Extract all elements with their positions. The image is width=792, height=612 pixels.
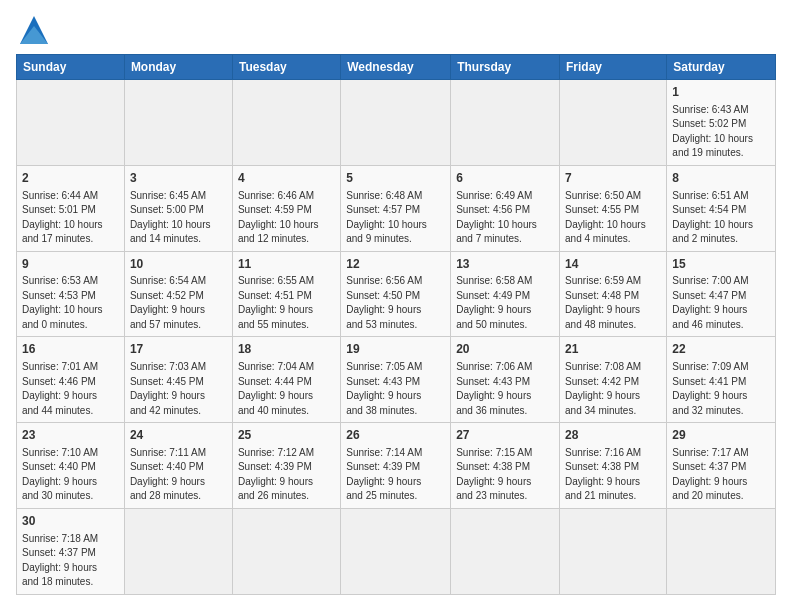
day-cell: 5Sunrise: 6:48 AM Sunset: 4:57 PM Daylig…: [341, 165, 451, 251]
day-info: Sunrise: 7:03 AM Sunset: 4:45 PM Dayligh…: [130, 360, 227, 418]
day-info: Sunrise: 6:50 AM Sunset: 4:55 PM Dayligh…: [565, 189, 661, 247]
week-row-1: 2Sunrise: 6:44 AM Sunset: 5:01 PM Daylig…: [17, 165, 776, 251]
day-cell: 24Sunrise: 7:11 AM Sunset: 4:40 PM Dayli…: [124, 423, 232, 509]
day-cell: [560, 508, 667, 594]
day-number: 10: [130, 256, 227, 273]
day-cell: 25Sunrise: 7:12 AM Sunset: 4:39 PM Dayli…: [232, 423, 340, 509]
calendar: SundayMondayTuesdayWednesdayThursdayFrid…: [16, 54, 776, 595]
day-cell: [124, 80, 232, 166]
day-info: Sunrise: 7:16 AM Sunset: 4:38 PM Dayligh…: [565, 446, 661, 504]
day-cell: 12Sunrise: 6:56 AM Sunset: 4:50 PM Dayli…: [341, 251, 451, 337]
day-info: Sunrise: 7:06 AM Sunset: 4:43 PM Dayligh…: [456, 360, 554, 418]
day-cell: 18Sunrise: 7:04 AM Sunset: 4:44 PM Dayli…: [232, 337, 340, 423]
day-cell: 26Sunrise: 7:14 AM Sunset: 4:39 PM Dayli…: [341, 423, 451, 509]
day-number: 3: [130, 170, 227, 187]
day-cell: 6Sunrise: 6:49 AM Sunset: 4:56 PM Daylig…: [451, 165, 560, 251]
weekday-header-thursday: Thursday: [451, 55, 560, 80]
day-number: 28: [565, 427, 661, 444]
day-cell: [667, 508, 776, 594]
weekday-header-monday: Monday: [124, 55, 232, 80]
day-number: 9: [22, 256, 119, 273]
day-cell: [232, 508, 340, 594]
day-number: 14: [565, 256, 661, 273]
day-number: 24: [130, 427, 227, 444]
day-cell: 13Sunrise: 6:58 AM Sunset: 4:49 PM Dayli…: [451, 251, 560, 337]
day-number: 2: [22, 170, 119, 187]
day-cell: 23Sunrise: 7:10 AM Sunset: 4:40 PM Dayli…: [17, 423, 125, 509]
day-info: Sunrise: 6:44 AM Sunset: 5:01 PM Dayligh…: [22, 189, 119, 247]
logo: [16, 16, 48, 44]
day-number: 11: [238, 256, 335, 273]
day-number: 17: [130, 341, 227, 358]
day-info: Sunrise: 6:58 AM Sunset: 4:49 PM Dayligh…: [456, 274, 554, 332]
day-number: 21: [565, 341, 661, 358]
day-number: 22: [672, 341, 770, 358]
day-cell: 14Sunrise: 6:59 AM Sunset: 4:48 PM Dayli…: [560, 251, 667, 337]
day-number: 18: [238, 341, 335, 358]
day-cell: 15Sunrise: 7:00 AM Sunset: 4:47 PM Dayli…: [667, 251, 776, 337]
day-info: Sunrise: 6:46 AM Sunset: 4:59 PM Dayligh…: [238, 189, 335, 247]
week-row-0: 1Sunrise: 6:43 AM Sunset: 5:02 PM Daylig…: [17, 80, 776, 166]
day-cell: 10Sunrise: 6:54 AM Sunset: 4:52 PM Dayli…: [124, 251, 232, 337]
day-info: Sunrise: 7:04 AM Sunset: 4:44 PM Dayligh…: [238, 360, 335, 418]
day-number: 7: [565, 170, 661, 187]
day-info: Sunrise: 7:14 AM Sunset: 4:39 PM Dayligh…: [346, 446, 445, 504]
day-cell: 7Sunrise: 6:50 AM Sunset: 4:55 PM Daylig…: [560, 165, 667, 251]
day-number: 8: [672, 170, 770, 187]
day-number: 29: [672, 427, 770, 444]
day-cell: 4Sunrise: 6:46 AM Sunset: 4:59 PM Daylig…: [232, 165, 340, 251]
day-info: Sunrise: 6:51 AM Sunset: 4:54 PM Dayligh…: [672, 189, 770, 247]
day-number: 13: [456, 256, 554, 273]
day-number: 1: [672, 84, 770, 101]
week-row-5: 30Sunrise: 7:18 AM Sunset: 4:37 PM Dayli…: [17, 508, 776, 594]
day-cell: [560, 80, 667, 166]
day-cell: 2Sunrise: 6:44 AM Sunset: 5:01 PM Daylig…: [17, 165, 125, 251]
day-number: 26: [346, 427, 445, 444]
day-info: Sunrise: 6:59 AM Sunset: 4:48 PM Dayligh…: [565, 274, 661, 332]
day-info: Sunrise: 7:15 AM Sunset: 4:38 PM Dayligh…: [456, 446, 554, 504]
day-info: Sunrise: 7:00 AM Sunset: 4:47 PM Dayligh…: [672, 274, 770, 332]
day-info: Sunrise: 7:17 AM Sunset: 4:37 PM Dayligh…: [672, 446, 770, 504]
header: [16, 16, 776, 44]
weekday-header-row: SundayMondayTuesdayWednesdayThursdayFrid…: [17, 55, 776, 80]
day-cell: [451, 80, 560, 166]
week-row-3: 16Sunrise: 7:01 AM Sunset: 4:46 PM Dayli…: [17, 337, 776, 423]
day-number: 15: [672, 256, 770, 273]
day-cell: 28Sunrise: 7:16 AM Sunset: 4:38 PM Dayli…: [560, 423, 667, 509]
day-number: 4: [238, 170, 335, 187]
day-cell: 30Sunrise: 7:18 AM Sunset: 4:37 PM Dayli…: [17, 508, 125, 594]
day-cell: 1Sunrise: 6:43 AM Sunset: 5:02 PM Daylig…: [667, 80, 776, 166]
day-info: Sunrise: 7:10 AM Sunset: 4:40 PM Dayligh…: [22, 446, 119, 504]
day-number: 23: [22, 427, 119, 444]
day-cell: [451, 508, 560, 594]
day-cell: 20Sunrise: 7:06 AM Sunset: 4:43 PM Dayli…: [451, 337, 560, 423]
day-cell: [232, 80, 340, 166]
day-number: 19: [346, 341, 445, 358]
day-info: Sunrise: 7:18 AM Sunset: 4:37 PM Dayligh…: [22, 532, 119, 590]
day-number: 16: [22, 341, 119, 358]
page: SundayMondayTuesdayWednesdayThursdayFrid…: [0, 0, 792, 612]
day-info: Sunrise: 6:53 AM Sunset: 4:53 PM Dayligh…: [22, 274, 119, 332]
weekday-header-tuesday: Tuesday: [232, 55, 340, 80]
day-cell: 22Sunrise: 7:09 AM Sunset: 4:41 PM Dayli…: [667, 337, 776, 423]
day-cell: 19Sunrise: 7:05 AM Sunset: 4:43 PM Dayli…: [341, 337, 451, 423]
week-row-4: 23Sunrise: 7:10 AM Sunset: 4:40 PM Dayli…: [17, 423, 776, 509]
day-info: Sunrise: 6:43 AM Sunset: 5:02 PM Dayligh…: [672, 103, 770, 161]
day-info: Sunrise: 7:12 AM Sunset: 4:39 PM Dayligh…: [238, 446, 335, 504]
weekday-header-sunday: Sunday: [17, 55, 125, 80]
day-info: Sunrise: 6:48 AM Sunset: 4:57 PM Dayligh…: [346, 189, 445, 247]
day-cell: [341, 80, 451, 166]
day-info: Sunrise: 7:09 AM Sunset: 4:41 PM Dayligh…: [672, 360, 770, 418]
svg-marker-1: [20, 26, 48, 44]
day-info: Sunrise: 6:54 AM Sunset: 4:52 PM Dayligh…: [130, 274, 227, 332]
logo-icon: [20, 16, 48, 44]
weekday-header-saturday: Saturday: [667, 55, 776, 80]
day-number: 6: [456, 170, 554, 187]
day-info: Sunrise: 7:05 AM Sunset: 4:43 PM Dayligh…: [346, 360, 445, 418]
day-cell: 27Sunrise: 7:15 AM Sunset: 4:38 PM Dayli…: [451, 423, 560, 509]
day-cell: 11Sunrise: 6:55 AM Sunset: 4:51 PM Dayli…: [232, 251, 340, 337]
weekday-header-friday: Friday: [560, 55, 667, 80]
day-info: Sunrise: 6:49 AM Sunset: 4:56 PM Dayligh…: [456, 189, 554, 247]
day-cell: 9Sunrise: 6:53 AM Sunset: 4:53 PM Daylig…: [17, 251, 125, 337]
day-number: 20: [456, 341, 554, 358]
